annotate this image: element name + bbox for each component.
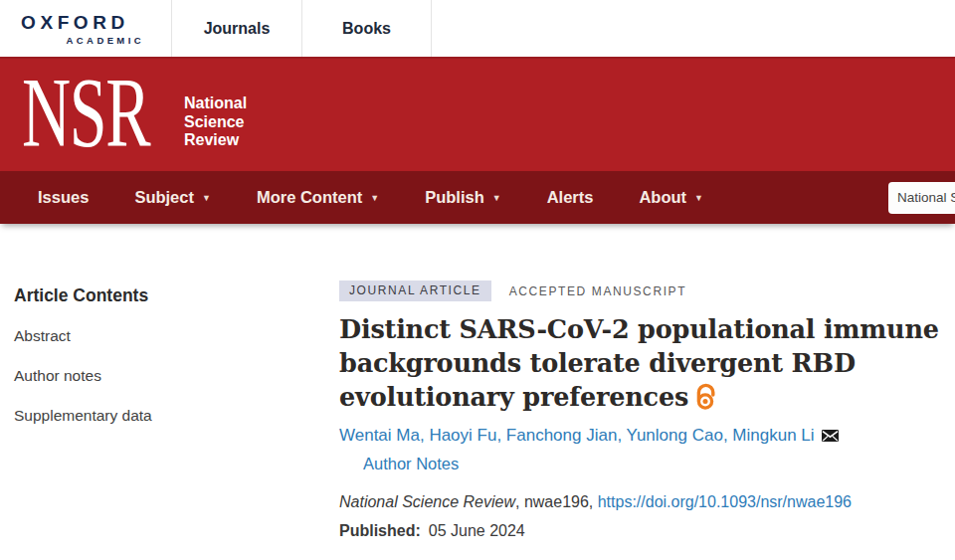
nav-publish[interactable]: Publish▼: [402, 171, 524, 224]
chevron-down-icon: ▼: [370, 193, 379, 203]
nav-alerts-label: Alerts: [547, 188, 594, 207]
journal-article-badge[interactable]: JOURNAL ARTICLE: [339, 280, 491, 301]
nav-publish-label: Publish: [425, 188, 484, 207]
oxford-academic-logo[interactable]: OXFORD ACADEMIC: [0, 0, 171, 57]
content-area: Article Contents Abstract Author notes S…: [0, 224, 955, 560]
oxford-logo-word: OXFORD: [21, 12, 171, 34]
chevron-down-icon: ▼: [492, 193, 501, 203]
nav-issues[interactable]: Issues: [15, 171, 111, 224]
tab-journals[interactable]: Journals: [171, 0, 301, 57]
author-notes-link[interactable]: Author Notes: [363, 453, 459, 474]
journal-name: National Science Review: [184, 94, 247, 150]
article-main: JOURNAL ARTICLE ACCEPTED MANUSCRIPT Dist…: [339, 224, 955, 560]
academic-logo-word: ACADEMIC: [21, 35, 144, 46]
nav-issues-label: Issues: [38, 188, 89, 207]
citation-line: National Science Review, nwae196, https:…: [339, 491, 955, 513]
sidebar-title: Article Contents: [14, 284, 329, 306]
journal-name-line: Science: [184, 113, 247, 132]
nav-more-content[interactable]: More Content▼: [234, 171, 402, 224]
published-date: 05 June 2024: [429, 522, 525, 539]
article-title: Distinct SARS-CoV-2 populational immune …: [339, 312, 951, 418]
oxford-topbar: OXFORD ACADEMIC Journals Books: [0, 0, 955, 57]
nsr-logo[interactable]: NSR: [22, 55, 149, 169]
published-row: Published:05 June 2024: [339, 520, 955, 542]
nav-about[interactable]: About▼: [616, 171, 726, 224]
journal-banner: NSR National Science Review: [0, 57, 955, 171]
sidebar-item-abstract[interactable]: Abstract: [14, 326, 329, 346]
tab-books[interactable]: Books: [301, 0, 432, 57]
nav-subject[interactable]: Subject▼: [111, 171, 234, 224]
journal-search-text: National Sc: [897, 190, 955, 205]
doi-link[interactable]: https://doi.org/10.1093/nsr/nwae196: [598, 493, 852, 510]
journal-name-line: National: [184, 94, 247, 113]
nav-more-content-label: More Content: [257, 188, 362, 207]
journal-search-box[interactable]: National Sc: [888, 182, 955, 214]
authors-line: Wentai Ma, Haoyi Fu, Fanchong Jian, Yunl…: [339, 425, 955, 448]
nav-alerts[interactable]: Alerts: [524, 171, 617, 224]
page: OXFORD ACADEMIC Journals Books NSR Natio…: [0, 0, 955, 560]
article-title-text: Distinct SARS-CoV-2 populational immune …: [339, 314, 939, 412]
citation-journal: National Science Review: [339, 493, 515, 510]
badge-row: JOURNAL ARTICLE ACCEPTED MANUSCRIPT: [339, 280, 955, 301]
nav-subject-label: Subject: [134, 188, 194, 207]
nav-about-label: About: [639, 188, 686, 207]
email-icon[interactable]: [822, 426, 839, 448]
journal-navbar: Issues Subject▼ More Content▼ Publish▼ A…: [0, 171, 955, 224]
citation-article-id: , nwae196,: [515, 493, 598, 510]
author-links[interactable]: Wentai Ma, Haoyi Fu, Fanchong Jian, Yunl…: [339, 426, 815, 445]
article-contents-sidebar: Article Contents Abstract Author notes S…: [0, 224, 339, 560]
open-access-icon: [694, 382, 717, 418]
chevron-down-icon: ▼: [202, 193, 211, 203]
published-label: Published:: [339, 522, 421, 539]
sidebar-item-supplementary-data[interactable]: Supplementary data: [14, 406, 329, 426]
sidebar-item-author-notes[interactable]: Author notes: [14, 366, 329, 386]
chevron-down-icon: ▼: [694, 193, 703, 203]
journal-name-line: Review: [184, 131, 247, 150]
accepted-manuscript-label: ACCEPTED MANUSCRIPT: [509, 284, 686, 298]
